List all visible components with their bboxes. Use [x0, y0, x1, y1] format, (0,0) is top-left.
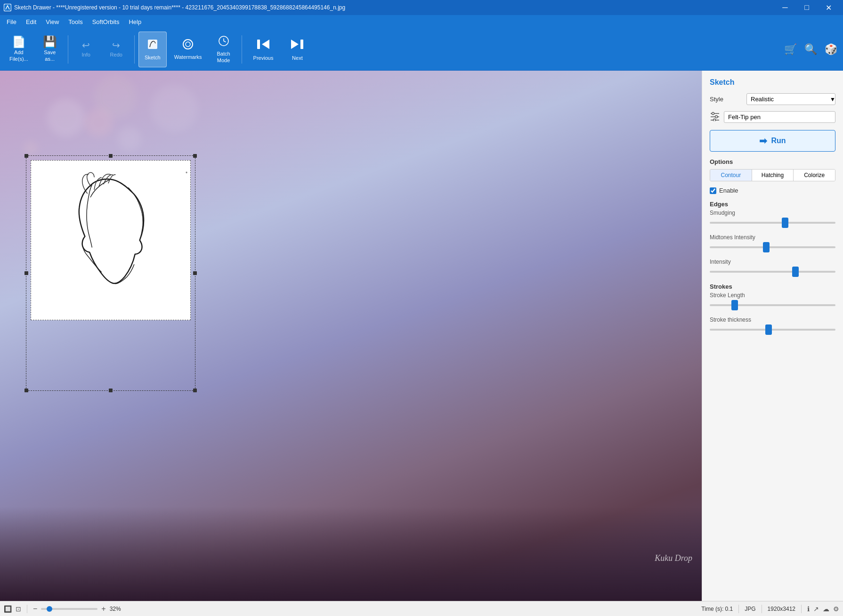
svg-marker-5	[262, 40, 269, 49]
svg-point-11	[712, 113, 714, 115]
zoom-slider[interactable]	[41, 608, 97, 610]
tab-contour[interactable]: Contour	[710, 170, 752, 181]
add-file-button[interactable]: 📄 AddFile(s)...	[4, 32, 34, 67]
save-as-label: Saveas...	[44, 49, 56, 62]
enable-checkbox[interactable]	[710, 187, 716, 194]
svg-marker-7	[291, 40, 299, 49]
statusbar: 🔲 ⊡ − + 32% Time (s): 0.1 JPG 1920x3412 …	[0, 601, 843, 616]
menu-softorbits[interactable]: SoftOrbits	[88, 16, 124, 27]
sketch-button[interactable]: Sketch	[138, 32, 167, 67]
next-button[interactable]: Next	[283, 32, 312, 67]
zoom-thumb[interactable]	[47, 606, 52, 612]
enable-row: Enable	[710, 187, 835, 194]
previous-label: Previous	[253, 55, 274, 61]
handle-tl[interactable]	[24, 154, 28, 158]
midtones-thumb[interactable]	[763, 242, 770, 252]
watermarks-label: Watermarks	[174, 54, 202, 60]
menu-file[interactable]: File	[2, 16, 21, 27]
style-label: Style	[710, 96, 743, 103]
smudging-track	[710, 222, 835, 224]
background-image: • Kuku Drop	[0, 71, 702, 601]
right-panel: Sketch Style Realistic Pencil Charcoal I…	[702, 71, 843, 601]
stroke-thickness-slider[interactable]	[710, 325, 835, 334]
main-area: • Kuku Drop Sketch Style Realistic Penci…	[0, 71, 843, 601]
midtones-label: Midtones Intensity	[710, 234, 835, 241]
svg-rect-1	[148, 40, 157, 49]
presets-select[interactable]: Felt-Tip pen Pencil Sketch Charcoal Fine…	[724, 111, 835, 123]
run-button[interactable]: ➡ Run	[710, 130, 835, 152]
midtones-track	[710, 246, 835, 248]
smudging-slider[interactable]	[710, 218, 835, 227]
menu-tools[interactable]: Tools	[64, 16, 87, 27]
watermarks-button[interactable]: Watermarks	[169, 32, 208, 67]
tab-hatching[interactable]: Hatching	[752, 170, 794, 181]
handle-bl[interactable]	[24, 389, 28, 392]
intensity-thumb[interactable]	[792, 267, 799, 277]
handle-tr[interactable]	[193, 154, 197, 158]
midtones-slider[interactable]	[710, 243, 835, 252]
intensity-label: Intensity	[710, 259, 835, 265]
menu-edit[interactable]: Edit	[21, 16, 41, 27]
handle-ml[interactable]	[24, 271, 28, 275]
stroke-thickness-thumb[interactable]	[765, 324, 772, 335]
menu-help[interactable]: Help	[124, 16, 146, 27]
zoom-plus-button[interactable]: +	[101, 605, 105, 613]
titlebar: Sketch Drawer - ****Unregistered version…	[0, 0, 843, 15]
midtones-slider-row: Midtones Intensity	[710, 234, 835, 252]
style-select[interactable]: Realistic Pencil Charcoal Ink	[746, 93, 835, 105]
sketch-svg: •	[31, 161, 190, 320]
save-as-button[interactable]: 💾 Saveas...	[36, 32, 64, 67]
previous-button[interactable]: Previous	[246, 32, 281, 67]
svg-point-13	[715, 116, 718, 118]
sketch-icon	[146, 38, 159, 53]
maximize-button[interactable]: □	[796, 0, 818, 15]
options-tabs: Contour Hatching Colorize	[710, 169, 835, 181]
close-button[interactable]: ✕	[818, 0, 839, 15]
toolbar-sep-1	[68, 35, 68, 64]
cloud-icon[interactable]: ☁	[823, 605, 829, 613]
smudging-thumb[interactable]	[782, 218, 788, 228]
batch-mode-button[interactable]: BatchMode	[210, 32, 238, 67]
zoom-fit-icon[interactable]: 🔲	[4, 605, 12, 613]
zoom-minus-button[interactable]: −	[33, 605, 37, 613]
handle-tc[interactable]	[109, 154, 113, 158]
search-account-icon[interactable]: 🔍	[802, 41, 819, 57]
zoom-level: 32%	[110, 606, 121, 612]
smudging-label: Smudging	[710, 210, 835, 216]
tab-colorize[interactable]: Colorize	[794, 170, 835, 181]
titlebar-left: Sketch Drawer - ****Unregistered version…	[4, 4, 345, 11]
menu-view[interactable]: View	[41, 16, 64, 27]
toolbar-sep-3	[242, 35, 242, 64]
redo-label: Redo	[110, 52, 122, 58]
status-sep-3	[762, 605, 762, 613]
intensity-slider[interactable]	[710, 267, 835, 276]
sketch-label: Sketch	[145, 55, 161, 61]
batch-mode-label: BatchMode	[217, 51, 230, 63]
dice-icon[interactable]: 🎲	[823, 41, 839, 57]
redo-button[interactable]: ↪ Redo	[102, 32, 130, 67]
info-button[interactable]: ↩ Info	[72, 32, 100, 67]
stroke-length-slider[interactable]	[710, 300, 835, 310]
svg-point-15	[713, 119, 716, 122]
menubar: File Edit View Tools SoftOrbits Help	[0, 15, 843, 28]
zoom-actual-icon[interactable]: ⊡	[16, 605, 21, 613]
sketch-result: •	[31, 160, 191, 320]
share-icon[interactable]: ↗	[813, 605, 819, 613]
save-as-icon: 💾	[43, 36, 57, 48]
minimize-button[interactable]: ─	[774, 0, 796, 15]
settings-icon[interactable]: ⚙	[833, 605, 839, 613]
cart-icon[interactable]: 🛒	[782, 41, 799, 57]
handle-mr[interactable]	[193, 271, 197, 275]
stroke-length-thumb[interactable]	[731, 300, 738, 310]
watermarks-icon	[182, 38, 194, 52]
info-icon[interactable]: ℹ	[807, 605, 810, 613]
stroke-thickness-track	[710, 329, 835, 331]
handle-br[interactable]	[193, 389, 197, 392]
smudging-slider-row: Smudging	[710, 210, 835, 227]
add-file-icon: 📄	[12, 36, 26, 48]
flowers-decoration	[0, 507, 702, 601]
watermark-text: Kuku Drop	[655, 553, 692, 563]
handle-bc[interactable]	[109, 389, 113, 392]
status-right: Time (s): 0.1 JPG 1920x3412 ℹ ↗ ☁ ⚙	[701, 605, 839, 613]
intensity-track	[710, 271, 835, 273]
